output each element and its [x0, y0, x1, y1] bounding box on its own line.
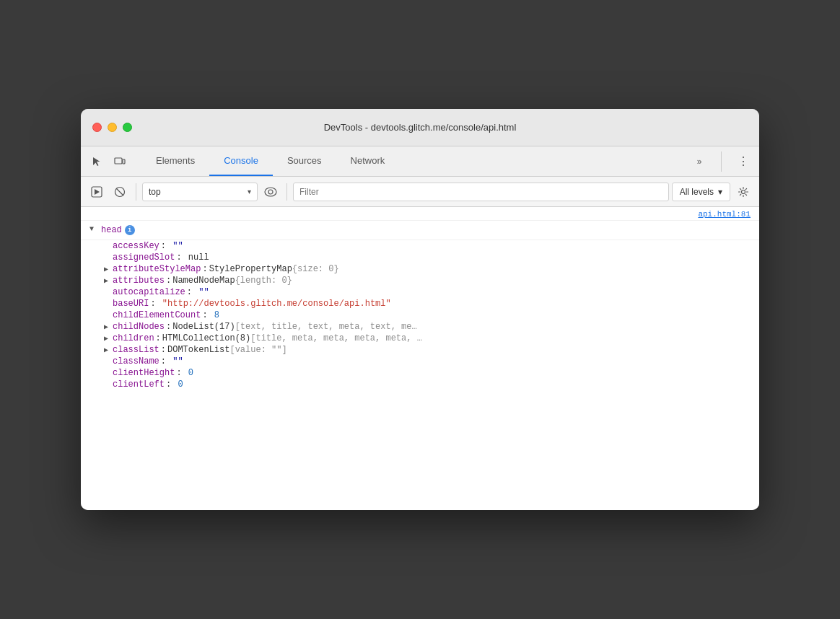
tabbar-separator: [721, 152, 722, 172]
head-object-label: head: [101, 225, 122, 235]
svg-point-6: [265, 188, 276, 196]
children-expand-icon[interactable]: ▶: [104, 334, 113, 343]
filter-input[interactable]: [293, 183, 669, 201]
minimize-button[interactable]: [108, 123, 117, 132]
prop-children: ▶ children: HTMLCollection(8) [title, me…: [81, 333, 759, 344]
console-line-ref: api.html:81: [81, 207, 759, 221]
kebab-menu-button[interactable]: ⋮: [733, 152, 753, 172]
toolbar-separator-2: [286, 183, 287, 201]
prop-attributes: ▶ attributes: NamedNodeMap {length: 0}: [81, 275, 759, 286]
classList-expand-icon[interactable]: ▶: [104, 346, 113, 354]
tab-console[interactable]: Console: [209, 146, 273, 176]
traffic-lights: [92, 123, 132, 132]
settings-button[interactable]: [733, 182, 753, 202]
prop-className: className: "": [81, 356, 759, 367]
prop-attributeStyleMap: ▶ attributeStyleMap: StylePropertyMap {s…: [81, 263, 759, 275]
svg-line-5: [116, 188, 123, 196]
head-expand-arrow-icon[interactable]: ▼: [89, 225, 98, 233]
context-selector-arrow-icon: ▾: [248, 188, 251, 196]
more-tabs-button[interactable]: »: [689, 152, 709, 172]
attributeStyleMap-expand-icon[interactable]: ▶: [104, 265, 113, 273]
tabbar-icons: [87, 152, 130, 172]
attributes-expand-icon[interactable]: ▶: [104, 276, 113, 285]
window-title: DevTools - devtools.glitch.me/console/ap…: [324, 122, 517, 133]
tabbar: Elements Console Sources Network » ⋮: [81, 146, 759, 177]
prop-clientHeight: clientHeight: 0: [81, 367, 759, 379]
prop-classList: ▶ classList: DOMTokenList [value: ""]: [81, 344, 759, 356]
cursor-icon[interactable]: [87, 152, 107, 172]
svg-point-7: [268, 190, 273, 194]
prop-baseURI: baseURI: "http://devtools.glitch.me/cons…: [81, 298, 759, 310]
svg-rect-0: [115, 158, 122, 164]
tab-network[interactable]: Network: [336, 146, 400, 176]
prop-childElementCount: childElementCount: 8: [81, 310, 759, 321]
tabbar-more: » ⋮: [689, 152, 753, 172]
clear-console-button[interactable]: [110, 182, 130, 202]
levels-arrow-icon: ▾: [718, 187, 722, 197]
device-toolbar-icon[interactable]: [110, 152, 130, 172]
prop-clientLeft: clientLeft: 0: [81, 379, 759, 390]
svg-marker-3: [95, 189, 100, 195]
source-link[interactable]: api.html:81: [698, 210, 751, 219]
svg-point-8: [742, 190, 745, 193]
console-toolbar: top ▾ All levels ▾: [81, 177, 759, 207]
head-entry-main: ▼ head i: [81, 222, 759, 238]
toolbar-separator-1: [136, 183, 136, 201]
context-selector-value: top: [149, 187, 243, 197]
live-expressions-button[interactable]: [261, 182, 281, 202]
maximize-button[interactable]: [123, 123, 132, 132]
console-entry-head: ▼ head i: [81, 221, 759, 240]
tab-elements[interactable]: Elements: [141, 146, 209, 176]
tabbar-tabs: Elements Console Sources Network: [141, 146, 689, 176]
run-script-button[interactable]: [87, 182, 107, 202]
log-levels-button[interactable]: All levels ▾: [672, 183, 730, 201]
prop-autocapitalize: autocapitalize: "": [81, 286, 759, 298]
devtools-window: DevTools - devtools.glitch.me/console/ap…: [81, 109, 759, 510]
tab-sources[interactable]: Sources: [273, 146, 336, 176]
close-button[interactable]: [92, 123, 102, 132]
childNodes-expand-icon[interactable]: ▶: [104, 322, 113, 331]
titlebar: DevTools - devtools.glitch.me/console/ap…: [81, 109, 759, 146]
context-selector[interactable]: top ▾: [142, 183, 258, 201]
info-badge[interactable]: i: [125, 225, 135, 235]
console-content: api.html:81 ▼ head i accessKey: "" assig…: [81, 207, 759, 510]
svg-rect-1: [123, 159, 125, 164]
prop-accessKey: accessKey: "": [81, 240, 759, 252]
prop-assignedSlot: assignedSlot: null: [81, 252, 759, 263]
prop-childNodes: ▶ childNodes: NodeList(17) [text, title,…: [81, 321, 759, 333]
